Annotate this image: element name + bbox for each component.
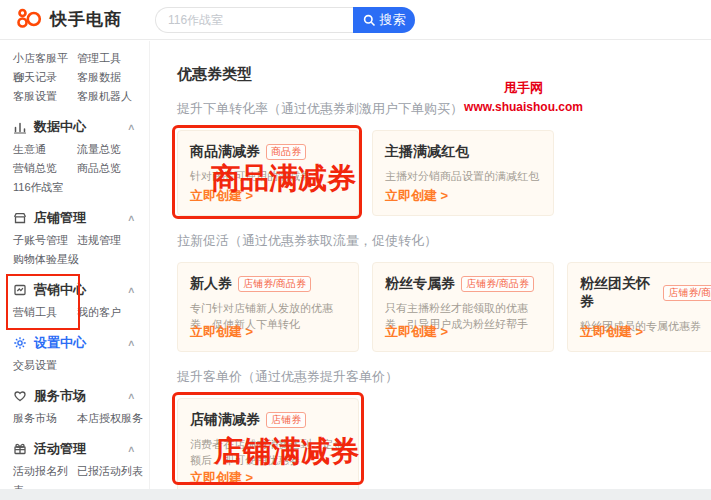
sidebar-item-shop-cs-platform[interactable]: 小店客服平台 xyxy=(13,49,77,68)
card-streamer-red-packet[interactable]: 主播满减红包 主播对分销商品设置的满减红包 立即创建 > xyxy=(372,130,554,216)
sidebar-group-label: 营销中心 xyxy=(34,281,86,299)
search-bar: 搜索 xyxy=(155,7,415,33)
card-description: 主播对分销商品设置的满减红包 xyxy=(385,168,541,184)
sidebar-group-activity-management[interactable]: 活动管理 ∧ xyxy=(0,436,149,462)
sidebar-item-trade-settings[interactable]: 交易设置 xyxy=(13,356,77,375)
sidebar-item-violation-management[interactable]: 违规管理 xyxy=(77,231,149,250)
coupon-type-badge: 店铺券 xyxy=(266,412,306,428)
create-now-link[interactable]: 立即创建 > xyxy=(190,187,253,205)
search-button-label: 搜索 xyxy=(380,11,406,29)
sidebar-item-subaccount-management[interactable]: 子账号管理 xyxy=(13,231,77,250)
sidebar-item-shengyitong[interactable]: 生意通 xyxy=(13,140,77,159)
main-content: 优惠券类型 甩手网 www.shuaishou.com 提升下单转化率（通过优惠… xyxy=(151,41,711,489)
card-shop-full-discount-coupon[interactable]: 店铺满减券 店铺满减券 店铺券 消费者在店铺内消费达到一定金额后，即可使用优惠券… xyxy=(177,398,359,489)
sidebar-item-cs-data[interactable]: 客服数据 xyxy=(77,68,149,87)
search-icon xyxy=(363,14,376,27)
heart-icon xyxy=(13,389,29,403)
collapse-caret-icon[interactable]: ∧ xyxy=(127,285,136,295)
sidebar-group-settings-center[interactable]: 设置中心 ∧ xyxy=(0,330,149,356)
gift-icon xyxy=(13,442,29,456)
sidebar-group-label: 店铺管理 xyxy=(34,209,86,227)
sidebar-item-authorized-services[interactable]: 本店授权服务 xyxy=(77,409,149,428)
card-fan-club-care-coupon[interactable]: 粉丝团关怀券 店铺券/商品券 粉丝团成员的专属优惠券 立即创建 > xyxy=(567,262,711,352)
create-now-link[interactable]: 立即创建 > xyxy=(190,469,253,487)
sidebar-item-cs-settings[interactable]: 客服设置 xyxy=(13,87,77,106)
sidebar-group-marketing-center[interactable]: 营销中心 ∧ xyxy=(0,277,149,303)
collapse-caret-icon[interactable]: ∧ xyxy=(127,444,136,454)
sidebar-group-label: 设置中心 xyxy=(34,334,86,352)
collapse-caret-icon[interactable]: ∧ xyxy=(127,122,136,132)
card-product-full-discount-coupon[interactable]: 商品满减券 商品满减券 商品券 针对商品可使用的满减券 立即创建 > xyxy=(177,130,359,216)
sidebar-item-traffic-overview[interactable]: 流量总览 xyxy=(77,140,149,159)
coupon-type-badge: 店铺券/商品券 xyxy=(663,285,711,301)
card-description: 针对商品可使用的满减券 xyxy=(190,168,346,184)
card-fan-exclusive-coupon[interactable]: 粉丝专属券 店铺券/商品券 只有主播粉丝才能领取的优惠券，引导用户成为粉丝好帮手… xyxy=(372,262,554,352)
kuaishou-logo-icon xyxy=(16,7,42,33)
marketing-check-icon xyxy=(13,283,29,297)
create-now-link[interactable]: 立即创建 > xyxy=(190,323,253,341)
card-title: 新人券 xyxy=(190,275,232,293)
collapse-caret-icon[interactable]: ∧ xyxy=(127,391,136,401)
card-description: 消费者在店铺内消费达到一定金额后，即可使用优惠券 xyxy=(190,436,346,468)
sidebar-item-my-customers[interactable]: 我的客户 xyxy=(77,303,149,322)
card-title: 商品满减券 xyxy=(190,143,260,161)
sidebar-item-manage-tools[interactable]: 管理工具 xyxy=(77,49,149,68)
card-title: 店铺满减券 xyxy=(190,411,260,429)
section-label-conversion: 提升下单转化率（通过优惠券刺激用户下单购买） xyxy=(177,100,711,118)
collapse-caret-icon[interactable]: ∧ xyxy=(127,338,136,348)
sidebar-item-product-overview[interactable]: 商品总览 xyxy=(77,159,149,178)
card-title: 主播满减红包 xyxy=(385,143,469,161)
bar-chart-icon xyxy=(13,120,29,134)
section-label-acquisition: 拉新促活（通过优惠券获取流量，促使转化） xyxy=(177,232,711,250)
sidebar-item-chat-history[interactable]: 聊天记录 xyxy=(13,68,77,87)
sidebar-item-116-war-room[interactable]: 116作战室 xyxy=(13,178,77,197)
coupon-type-badge: 商品券 xyxy=(266,144,306,160)
page-bottom-strip xyxy=(0,489,711,500)
card-title: 粉丝团关怀券 xyxy=(580,275,657,311)
create-now-link[interactable]: 立即创建 > xyxy=(385,323,448,341)
search-button[interactable]: 搜索 xyxy=(353,7,415,33)
sidebar-group-label: 数据中心 xyxy=(34,118,86,136)
sidebar-item-marketing-tools[interactable]: 营销工具 xyxy=(13,303,77,322)
coupon-type-badge: 店铺券/商品券 xyxy=(461,276,534,292)
create-now-link[interactable]: 立即创建 > xyxy=(580,323,643,341)
sidebar-item-activity-signup-list[interactable]: 活动报名列表 xyxy=(13,462,77,481)
card-newcomer-coupon[interactable]: 新人券 店铺券/商品券 专门针对店铺新人发放的优惠券，促使新人下单转化 立即创建… xyxy=(177,262,359,352)
page-title: 优惠券类型 xyxy=(177,65,711,84)
card-title: 粉丝专属券 xyxy=(385,275,455,293)
collapse-caret-icon[interactable]: ∧ xyxy=(127,213,136,223)
sidebar-group-shop-management[interactable]: 店铺管理 ∧ xyxy=(0,205,149,231)
top-header: 快手电商 搜索 xyxy=(0,0,711,40)
sidebar-item-joined-activity-list[interactable]: 已报活动列表 xyxy=(77,462,149,481)
sidebar-item-service-market[interactable]: 服务市场 xyxy=(13,409,77,428)
sidebar-item-shopping-experience[interactable]: 购物体验星级 xyxy=(13,250,79,269)
sidebar-group-label: 活动管理 xyxy=(34,440,86,458)
coupon-type-badge: 店铺券/商品券 xyxy=(238,276,311,292)
section-label-order-value: 提升客单价（通过优惠券提升客单价） xyxy=(177,368,711,386)
sidebar-group-label: 服务市场 xyxy=(34,387,86,405)
search-input[interactable] xyxy=(155,7,353,33)
sidebar: 小店客服平台管理工具 聊天记录客服数据 客服设置客服机器人 数据中心 ∧ 生意通… xyxy=(0,41,150,489)
brand-title: 快手电商 xyxy=(50,8,122,31)
create-now-link[interactable]: 立即创建 > xyxy=(385,187,448,205)
sidebar-item-marketing-overview[interactable]: 营销总览 xyxy=(13,159,77,178)
sidebar-group-data-center[interactable]: 数据中心 ∧ xyxy=(0,114,149,140)
sidebar-group-service-market[interactable]: 服务市场 ∧ xyxy=(0,383,149,409)
shop-icon xyxy=(13,211,29,225)
gear-icon xyxy=(13,336,29,350)
sidebar-item-cs-robot[interactable]: 客服机器人 xyxy=(77,87,149,106)
